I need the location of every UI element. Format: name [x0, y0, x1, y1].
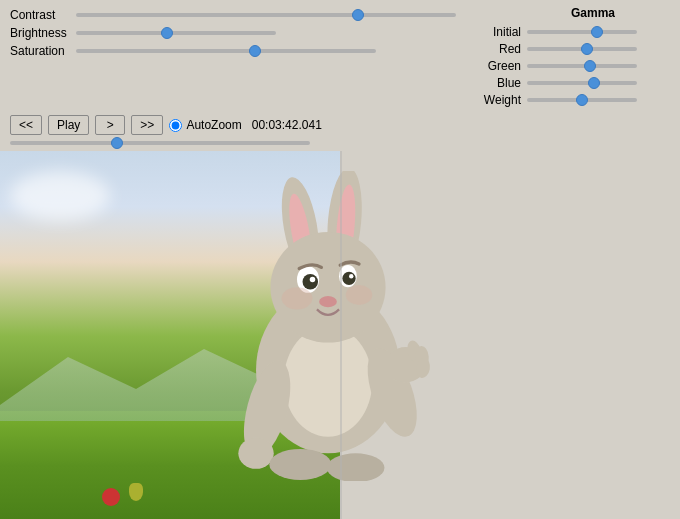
seek-row	[10, 141, 670, 147]
saturation-slider[interactable]	[76, 49, 376, 53]
contrast-row: Contrast	[10, 8, 456, 22]
gamma-green-label: Green	[476, 59, 521, 73]
gamma-red-label: Red	[476, 42, 521, 56]
svg-point-15	[349, 274, 353, 278]
autozoom-group: AutoZoom	[169, 118, 241, 132]
autozoom-label[interactable]: AutoZoom	[186, 118, 241, 132]
gamma-red-row: Red	[476, 42, 670, 56]
brightness-label: Brightness	[10, 26, 70, 40]
gamma-red-slider[interactable]	[527, 47, 637, 51]
svg-point-12	[310, 277, 316, 283]
play-button[interactable]: Play	[48, 115, 89, 135]
svg-point-25	[238, 438, 273, 469]
svg-point-16	[319, 296, 337, 307]
gamma-weight-row: Weight	[476, 93, 670, 107]
center-divider	[340, 151, 342, 519]
svg-point-17	[282, 287, 313, 309]
gamma-blue-slider[interactable]	[527, 81, 637, 85]
gamma-blue-label: Blue	[476, 76, 521, 90]
right-controls: Gamma Initial Red Green Blue Weight	[476, 6, 670, 107]
gamma-weight-label: Weight	[476, 93, 521, 107]
gamma-initial-slider[interactable]	[527, 30, 637, 34]
forward-button[interactable]: >	[95, 115, 125, 135]
svg-point-18	[346, 285, 373, 305]
gamma-initial-label: Initial	[476, 25, 521, 39]
rewind-fast-button[interactable]: <<	[10, 115, 42, 135]
gamma-green-slider[interactable]	[527, 64, 637, 68]
forward-fast-button[interactable]: >>	[131, 115, 163, 135]
top-row: Contrast Brightness Saturation Gamma Ini…	[10, 6, 670, 107]
gamma-weight-slider[interactable]	[527, 98, 637, 102]
svg-point-27	[327, 453, 385, 481]
time-display: 00:03:42.041	[252, 118, 322, 132]
controls-panel: Contrast Brightness Saturation Gamma Ini…	[0, 0, 680, 151]
svg-point-26	[269, 449, 331, 480]
gamma-green-row: Green	[476, 59, 670, 73]
saturation-row: Saturation	[10, 44, 456, 58]
left-controls: Contrast Brightness Saturation	[10, 6, 456, 107]
playback-row: << Play > >> AutoZoom 00:03:42.041	[10, 111, 670, 137]
autozoom-radio[interactable]	[169, 119, 182, 132]
contrast-label: Contrast	[10, 8, 70, 22]
gamma-initial-row: Initial	[476, 25, 670, 39]
seek-slider[interactable]	[10, 141, 310, 145]
svg-point-11	[303, 274, 319, 290]
gamma-title: Gamma	[476, 6, 670, 20]
brightness-slider[interactable]	[76, 31, 276, 35]
saturation-label: Saturation	[10, 44, 70, 58]
brightness-row: Brightness	[10, 26, 456, 40]
svg-point-14	[342, 272, 355, 285]
contrast-slider[interactable]	[76, 13, 456, 17]
video-area	[0, 151, 680, 519]
svg-point-9	[270, 232, 385, 343]
gamma-blue-row: Blue	[476, 76, 670, 90]
bunny-character	[208, 171, 448, 481]
